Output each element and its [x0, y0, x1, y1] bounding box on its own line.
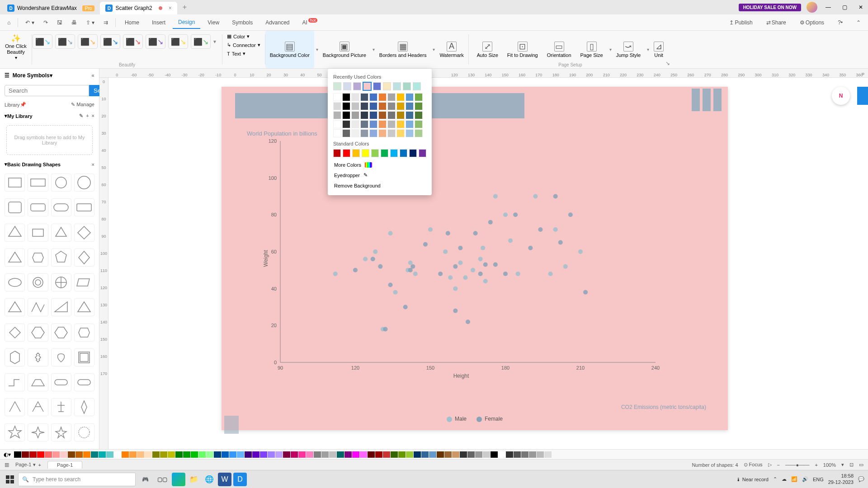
theme-color-swatch[interactable]	[387, 102, 396, 110]
theme-color-swatch[interactable]	[396, 120, 405, 128]
drawing-page[interactable]: World Population in billions 02040608010…	[222, 87, 728, 430]
page-layout-icon[interactable]: ▥	[5, 462, 9, 468]
collapse-ribbon-button[interactable]: ⌃	[853, 18, 864, 28]
shape-item-39[interactable]	[74, 398, 94, 416]
theme-color-swatch[interactable]	[387, 120, 396, 128]
my-library-section[interactable]: ▾ My Library ✎+×	[0, 110, 99, 122]
strip-color-swatch[interactable]	[222, 451, 229, 458]
strip-color-swatch[interactable]	[52, 451, 60, 458]
strip-color-swatch[interactable]	[145, 451, 152, 458]
add-icon[interactable]: +	[86, 113, 89, 119]
theme-color-swatch[interactable]	[415, 102, 423, 110]
theme-color-swatch[interactable]	[415, 120, 423, 128]
tab-design[interactable]: Design	[173, 16, 200, 29]
shape-item-3[interactable]	[74, 174, 94, 192]
shape-item-29[interactable]	[28, 348, 48, 366]
theme-color-swatch[interactable]	[378, 111, 387, 119]
strip-color-swatch[interactable]	[544, 451, 552, 458]
shape-item-25[interactable]	[28, 324, 48, 342]
taskbar-taskview[interactable]: ▢▢	[155, 472, 170, 487]
theme-color-swatch[interactable]	[333, 111, 341, 119]
strip-color-swatch[interactable]	[444, 451, 452, 458]
strip-color-swatch[interactable]	[275, 451, 283, 458]
strip-color-swatch[interactable]	[237, 451, 244, 458]
start-button[interactable]	[4, 473, 16, 486]
strip-color-swatch[interactable]	[122, 451, 129, 458]
weather-widget[interactable]: 🌡 Near record	[736, 477, 769, 482]
shape-item-40[interactable]	[5, 423, 25, 441]
tab-insert[interactable]: Insert	[146, 17, 171, 28]
theme-color-swatch[interactable]	[360, 93, 368, 101]
strip-color-swatch[interactable]	[344, 451, 352, 458]
strip-color-swatch[interactable]	[529, 451, 536, 458]
more-colors-button[interactable]: More Colors	[333, 160, 426, 170]
close-section-icon[interactable]: ×	[92, 113, 94, 119]
strip-color-swatch[interactable]	[245, 451, 252, 458]
pin-icon[interactable]: 📌	[20, 102, 26, 108]
strip-color-swatch[interactable]	[175, 451, 183, 458]
strip-color-swatch[interactable]	[352, 451, 359, 458]
shape-item-7[interactable]	[74, 198, 94, 216]
shape-item-4[interactable]	[5, 198, 25, 216]
theme-color-swatch[interactable]	[387, 93, 396, 101]
minimize-button[interactable]: —	[823, 2, 834, 13]
theme-swatch-2[interactable]: ⬛↘	[55, 34, 75, 49]
basic-shapes-section[interactable]: ▾ Basic Drawing Shapes ×	[0, 159, 99, 170]
recent-color-swatch[interactable]	[393, 82, 401, 90]
shape-item-32[interactable]	[5, 373, 25, 391]
recent-color-swatch[interactable]	[363, 82, 371, 90]
shape-item-6[interactable]	[51, 198, 71, 216]
standard-color-swatch[interactable]	[409, 149, 417, 157]
fit-page-button[interactable]: ⊡	[849, 462, 854, 468]
tray-chevron[interactable]: ⌃	[773, 476, 777, 482]
redo-button[interactable]: ↷	[40, 18, 52, 28]
auto-size-button[interactable]: ⤢Auto Size	[472, 35, 503, 65]
shape-item-27[interactable]	[74, 324, 94, 342]
symbol-search-input[interactable]	[5, 85, 89, 96]
export-button[interactable]: ⇪ ▾	[82, 18, 98, 28]
shape-item-20[interactable]	[5, 298, 25, 316]
strip-color-swatch[interactable]	[198, 451, 206, 458]
theme-color-swatch[interactable]	[396, 111, 405, 119]
shape-item-16[interactable]	[5, 273, 25, 291]
theme-swatch-8[interactable]: ⬛↘	[191, 34, 211, 49]
strip-color-swatch[interactable]	[160, 451, 167, 458]
standard-color-swatch[interactable]	[381, 149, 388, 157]
strip-color-swatch[interactable]	[321, 451, 329, 458]
tray-wifi[interactable]: 📶	[791, 476, 797, 482]
theme-swatch-4[interactable]: ⬛↘	[100, 34, 120, 49]
shape-item-23[interactable]	[74, 298, 94, 316]
theme-color-swatch[interactable]	[351, 93, 359, 101]
focus-button[interactable]: ⊙ Focus	[744, 462, 763, 468]
theme-color-swatch[interactable]	[369, 120, 377, 128]
background-color-button[interactable]: ▤ Background Color	[265, 31, 314, 68]
shape-item-17[interactable]	[28, 273, 48, 291]
shape-item-31[interactable]	[74, 348, 94, 366]
recent-color-swatch[interactable]	[413, 82, 421, 90]
theme-swatch-1[interactable]: ⬛↘	[33, 34, 52, 49]
theme-color-swatch[interactable]	[406, 129, 414, 137]
theme-color-swatch[interactable]	[396, 129, 405, 137]
eyedropper-button[interactable]: Eyedropper✎	[333, 170, 426, 181]
strip-color-swatch[interactable]	[414, 451, 421, 458]
strip-color-swatch[interactable]	[168, 451, 175, 458]
standard-color-swatch[interactable]	[352, 149, 360, 157]
theme-color-swatch[interactable]	[342, 93, 350, 101]
theme-color-swatch[interactable]	[406, 120, 414, 128]
print-button[interactable]: 🖶	[68, 18, 80, 28]
strip-color-swatch[interactable]	[506, 451, 513, 458]
watermark-button[interactable]: A Watermark	[435, 31, 468, 68]
theme-color-swatch[interactable]	[396, 102, 405, 110]
maximize-button[interactable]: ▢	[839, 2, 850, 13]
color-tool[interactable]: ▦ Color ▾	[224, 33, 263, 40]
standard-color-swatch[interactable]	[371, 149, 379, 157]
borders-headers-button[interactable]: ▦ Borders and Headers	[375, 31, 431, 68]
strip-color-swatch[interactable]	[29, 451, 37, 458]
strip-color-swatch[interactable]	[214, 451, 221, 458]
play-button[interactable]: ▷	[768, 462, 772, 468]
strip-color-swatch[interactable]	[329, 451, 336, 458]
page-setup-launcher[interactable]: ↘	[665, 60, 670, 66]
strip-color-swatch[interactable]	[514, 451, 521, 458]
ai-fab-button[interactable]: N	[832, 87, 850, 105]
strip-color-swatch[interactable]	[191, 451, 198, 458]
